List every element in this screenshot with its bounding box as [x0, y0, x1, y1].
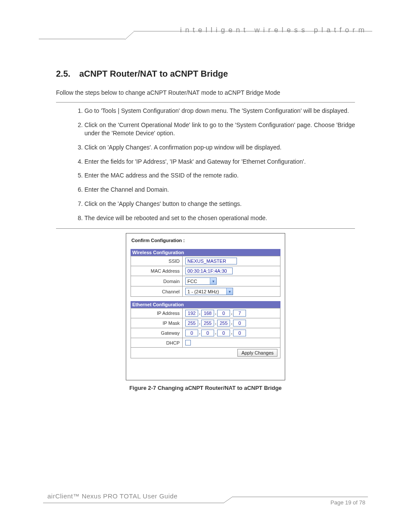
dhcp-label: DHCP	[131, 338, 183, 348]
apply-changes-button[interactable]: Apply Changes	[237, 349, 277, 357]
dhcp-checkbox[interactable]	[185, 340, 191, 345]
ip-octet[interactable]: 192	[185, 310, 198, 317]
mac-input[interactable]: 00:30:1A:1F:4A:30	[185, 268, 233, 274]
ssid-input[interactable]: NEXUS_MASTER	[185, 258, 237, 264]
gw-octet[interactable]: 0	[185, 330, 198, 336]
ip-octet[interactable]: 7	[233, 310, 246, 317]
footer-diagonal-icon	[224, 496, 234, 504]
step-item: Click on the 'Apply Changes' button to c…	[84, 200, 355, 208]
step-item: Click on 'Apply Changes'. A confirmation…	[84, 143, 355, 152]
gateway-field: 0.0.0.0	[183, 328, 280, 338]
ip-label: IP Address	[131, 308, 183, 318]
section-title: aCNPT Router/NAT to aCNPT Bridge	[79, 69, 228, 78]
config-dialog: Confirm Configuration : Wireless Configu…	[126, 233, 285, 380]
mask-label: IP Mask	[131, 318, 183, 328]
channel-label: Channel	[131, 286, 183, 297]
mask-octet[interactable]: 255	[201, 320, 214, 327]
mask-octet[interactable]: 255	[185, 320, 198, 327]
footer-rule-right	[233, 497, 368, 497]
divider-bottom	[56, 228, 355, 229]
domain-select[interactable]: FCC▾	[185, 277, 217, 285]
section-number: 2.5.	[56, 69, 79, 79]
figure-caption: Figure 2-7 Changing aCNPT Router/NAT to …	[43, 385, 368, 391]
header-rule-right	[134, 31, 372, 31]
step-item: The device will be rebooted and set to t…	[84, 214, 355, 222]
svg-line-1	[224, 497, 233, 503]
ip-octet[interactable]: 0	[217, 310, 230, 317]
footer-page-number: Page 19 of 78	[330, 499, 365, 506]
footer-rule-left	[43, 503, 224, 503]
svg-line-0	[125, 32, 134, 40]
domain-label: Domain	[131, 276, 183, 286]
section-heading: 2.5.aCNPT Router/NAT to aCNPT Bridge	[56, 69, 368, 79]
chevron-down-icon: ▾	[226, 288, 233, 295]
page-footer: airClient™ Nexus PRO TOTAL User Guide Pa…	[43, 493, 368, 510]
gw-octet[interactable]: 0	[217, 330, 230, 336]
ssid-label: SSID	[131, 256, 183, 266]
domain-value: FCC	[187, 279, 208, 284]
step-item: Enter the Channel and Domain.	[84, 186, 355, 194]
gw-octet[interactable]: 0	[233, 330, 246, 336]
ip-octet[interactable]: 168	[201, 310, 214, 317]
ip-field: 192.168.0.7	[183, 308, 280, 318]
mask-octet[interactable]: 255	[217, 320, 230, 327]
footer-guide-title: airClient™ Nexus PRO TOTAL User Guide	[47, 492, 177, 500]
step-item: Enter the MAC address and the SSID of th…	[84, 171, 355, 180]
intro-paragraph: Follow the steps below to change aCNPT R…	[56, 89, 355, 96]
chevron-down-icon: ▾	[210, 278, 216, 284]
mask-octet[interactable]: 0	[233, 320, 246, 327]
gw-octet[interactable]: 0	[201, 330, 214, 336]
ethernet-table: IP Address 192.168.0.7 IP Mask 255.255.2…	[131, 308, 280, 358]
gateway-label: Gateway	[131, 328, 183, 338]
header-diagonal-icon	[125, 32, 136, 43]
wireless-section-header: Wireless Configuration	[131, 249, 280, 256]
header-tagline: intelligent wireless platform	[180, 26, 368, 34]
page-header: intelligent wireless platform	[43, 26, 368, 43]
channel-select[interactable]: 1 - (2412 MHz)▾	[185, 288, 233, 295]
header-rule-left	[39, 39, 125, 39]
mask-field: 255.255.255.0	[183, 318, 280, 328]
steps-list: Go to 'Tools | System Configuration' dro…	[56, 107, 355, 222]
step-item: Go to 'Tools | System Configuration' dro…	[84, 107, 355, 115]
channel-value: 1 - (2412 MHz)	[187, 289, 224, 294]
wireless-table: SSID NEXUS_MASTER MAC Address 00:30:1A:1…	[131, 256, 280, 297]
step-item: Click on the 'Current Operational Mode' …	[84, 121, 355, 137]
figure-wrap: Confirm Configuration : Wireless Configu…	[43, 233, 368, 391]
mac-label: MAC Address	[131, 266, 183, 276]
step-item: Enter the fields for 'IP Address', 'IP M…	[84, 158, 355, 166]
divider-top	[56, 102, 355, 103]
confirm-title: Confirm Configuration :	[131, 238, 280, 243]
ethernet-section-header: Ethernet Configuration	[131, 301, 280, 308]
